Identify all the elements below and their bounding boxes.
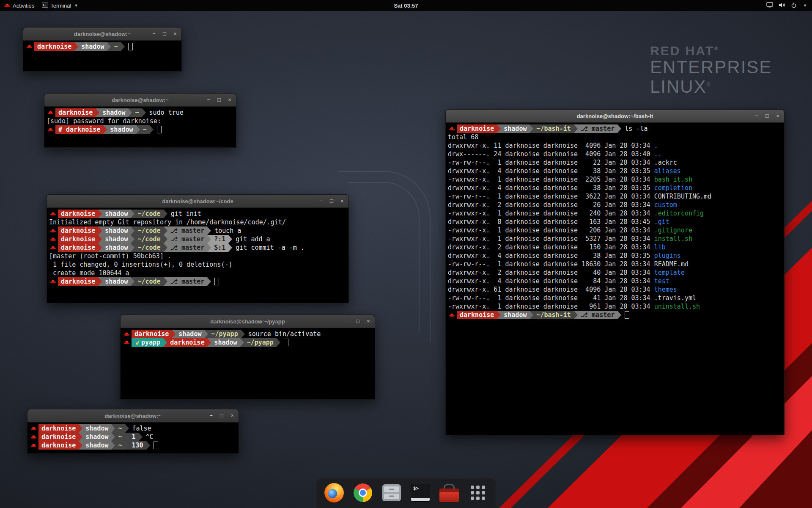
titlebar[interactable]: darknoise@shadow:~/code−□× <box>47 195 348 208</box>
terminal-body[interactable]: darknoiseshadow~/bash-it⎇ masterls -lato… <box>446 123 784 321</box>
dock-files-icon[interactable] <box>381 483 402 503</box>
file-meta: -rwxrwxr-x. 1 darknoise darknoise 206 Ja… <box>448 226 654 235</box>
titlebar[interactable]: darknoise@shadow:~/pyapp−□× <box>121 315 375 328</box>
terminal-cursor[interactable] <box>154 442 158 449</box>
terminal-cursor[interactable] <box>157 126 162 133</box>
file-meta: -rwxrwxr-x. 1 darknoise darknoise 240 Ja… <box>448 209 654 218</box>
segment-text: darknoise <box>41 433 76 441</box>
close-button[interactable]: × <box>226 97 233 103</box>
terminal-cursor[interactable] <box>284 339 288 346</box>
terminal-body[interactable]: darknoiseshadow~falsedarknoiseshadow~1^C… <box>27 422 239 451</box>
dock-toolbox-icon[interactable] <box>439 483 459 503</box>
close-button[interactable]: × <box>365 318 372 325</box>
prompt-segment-host: shadow <box>82 441 111 450</box>
maximize-button[interactable]: □ <box>328 198 335 204</box>
activities-button[interactable]: Activities <box>0 0 38 11</box>
powerline-arrow-icon <box>125 433 129 441</box>
dock-chrome-icon[interactable] <box>353 483 373 503</box>
maximize-button[interactable]: □ <box>218 412 225 419</box>
powerline-arrow-icon <box>497 124 501 133</box>
app-menu-terminal[interactable]: Terminal ▼ <box>38 0 82 11</box>
file-name: plugins <box>654 251 681 260</box>
prompt-segment-host: shadow <box>102 226 131 235</box>
minimize-button[interactable]: − <box>208 412 214 419</box>
file-row: drwxrwxr-x. 8 darknoise darknoise 163 Ja… <box>448 218 782 226</box>
file-name: . <box>654 141 658 150</box>
command-text: false <box>132 424 151 433</box>
clock[interactable]: Sat 03:57 <box>394 3 418 9</box>
prompt-line: darknoiseshadow~/code⎇ mastertouch a <box>49 226 346 235</box>
prompt-segment-host: shadow <box>82 424 111 433</box>
command-text: git commit -a -m . <box>236 243 304 252</box>
file-row: -rw-rw-r--. 1 darknoise darknoise 41 Jan… <box>448 294 782 302</box>
terminal-body[interactable]: darknoiseshadow~sudo true[sudo] password… <box>44 107 236 135</box>
minimize-button[interactable]: − <box>205 97 212 103</box>
powerline-arrow-icon <box>164 235 167 243</box>
minimize-button[interactable]: − <box>344 318 351 325</box>
redhat-prompt-icon <box>30 443 37 447</box>
terminal-body[interactable]: darknoiseshadow~/codegit initInitialized… <box>47 208 348 287</box>
prompt-segment-path: ~/bash-it <box>533 124 573 133</box>
file-meta: drwxrwxr-x. 4 darknoise darknoise 84 Jan… <box>448 277 654 285</box>
powerline-arrow-icon <box>98 210 102 218</box>
terminal-body[interactable]: darknoiseshadow~ <box>23 41 181 52</box>
output-line: [master (root-commit) 50bcb63] . <box>49 252 346 260</box>
prompt-segment-user: darknoise <box>38 433 79 441</box>
minimize-button[interactable]: − <box>151 30 157 37</box>
close-button[interactable]: × <box>774 113 781 119</box>
file-meta: drwxrwxr-x. 61 darknoise darknoise 4096 … <box>448 285 654 294</box>
prompt-segment-user: darknoise <box>457 311 497 319</box>
prompt-line: # darknoiseshadow~ <box>47 125 234 134</box>
powerline-arrow-icon <box>111 424 115 433</box>
output-line: Initialized empty Git repository in /hom… <box>49 218 346 226</box>
app-grid-dot <box>471 497 474 500</box>
terminal-cursor[interactable] <box>214 278 219 285</box>
dock-app-grid-icon[interactable] <box>468 483 488 503</box>
dock-firefox-icon[interactable] <box>324 483 344 503</box>
powerline-arrow-icon <box>164 243 167 252</box>
redhat-prompt-icon <box>50 212 56 216</box>
file-meta: drwxrwxr-x. 8 darknoise darknoise 163 Ja… <box>448 218 654 226</box>
segment-text: darknoise <box>37 42 71 51</box>
terminal-cursor[interactable] <box>128 43 133 50</box>
terminal-body[interactable]: darknoiseshadow~/pyappsource bin/activat… <box>121 328 375 348</box>
maximize-button[interactable]: □ <box>161 30 168 37</box>
maximize-button[interactable]: □ <box>764 113 771 119</box>
titlebar[interactable]: darknoise@shadow:~−□× <box>23 28 181 41</box>
file-meta: -rw-rw-r--. 1 darknoise darknoise 41 Jan… <box>448 294 654 302</box>
file-name: bash_it.sh <box>654 175 692 184</box>
segment-text: ~/code <box>137 277 160 286</box>
minimize-button[interactable]: − <box>318 198 324 204</box>
prompt-segment-host: shadow <box>99 108 128 117</box>
segment-text: darknoise <box>61 210 95 218</box>
titlebar[interactable]: darknoise@shadow:~/bash-it−□× <box>446 110 784 123</box>
titlebar[interactable]: darknoise@shadow:~−□× <box>44 94 236 107</box>
redhat-logo-icon <box>4 3 11 9</box>
segment-text: darknoise <box>41 441 76 450</box>
file-row: -rw-rw-r--. 1 darknoise darknoise 3622 J… <box>448 192 782 201</box>
redhat-prompt-icon <box>123 340 130 345</box>
file-name: .gitignore <box>654 226 692 235</box>
powerline-arrow-icon <box>574 311 578 319</box>
file-name: template <box>654 268 685 277</box>
branding-line-2: ENTERPRISE <box>650 58 772 77</box>
file-name: CONTRIBUTING.md <box>654 192 711 201</box>
dock-terminal-icon[interactable]: $> <box>410 483 431 503</box>
prompt-segment-user: darknoise <box>58 210 98 218</box>
maximize-button[interactable]: □ <box>354 318 361 325</box>
rhel-branding: RED HAT® ENTERPRISE LINUX® <box>650 44 772 96</box>
titlebar[interactable]: darknoise@shadow:~−□× <box>27 409 239 422</box>
close-button[interactable]: × <box>339 198 346 204</box>
file-name: lib <box>654 243 666 251</box>
minimize-button[interactable]: − <box>753 113 760 119</box>
close-button[interactable]: × <box>172 30 178 37</box>
powerline-arrow-icon <box>98 243 102 252</box>
maximize-button[interactable]: □ <box>216 97 222 103</box>
system-menu[interactable]: ▼ <box>761 0 812 11</box>
close-button[interactable]: × <box>229 412 236 419</box>
toolbox-body <box>439 492 459 502</box>
prompt-segment-path: ~/code <box>134 210 163 218</box>
powerline-arrow-icon <box>204 330 208 338</box>
terminal-cursor[interactable] <box>625 311 629 319</box>
powerline-arrow-icon <box>131 226 134 235</box>
